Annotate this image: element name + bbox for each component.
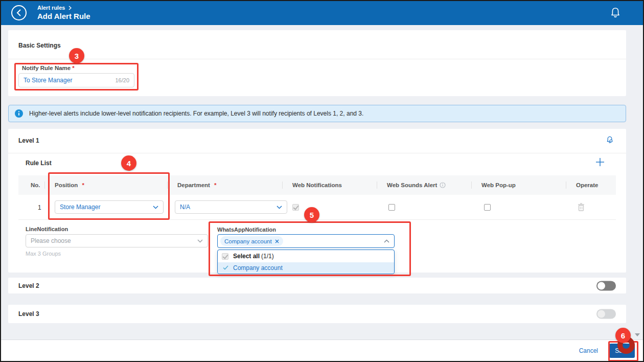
web-popup-checkbox[interactable] [484, 204, 491, 211]
position-value: Store Manager [60, 203, 153, 211]
trash-icon [578, 203, 585, 211]
chevron-left-icon [16, 9, 21, 16]
chevron-up-icon [384, 239, 389, 243]
department-select[interactable]: N/A [175, 200, 287, 214]
plus-icon [595, 157, 605, 167]
whatsapp-notification-select[interactable]: Company account [217, 234, 395, 248]
line-notification-placeholder: Please choose [31, 237, 197, 244]
column-position: Position* [55, 175, 84, 195]
divider [167, 182, 168, 189]
divider [8, 59, 626, 59]
save-button[interactable]: Save [609, 344, 635, 358]
selected-account-tag-label: Company account [224, 238, 272, 244]
select-all-checkbox [222, 253, 228, 260]
rule-list-title: Rule List [26, 160, 52, 167]
divider [282, 182, 283, 189]
whatsapp-notification-label: WhatsAppNotification [217, 227, 276, 233]
chevron-down-icon [277, 206, 282, 209]
level3-toggle [596, 309, 616, 319]
line-notification-select[interactable]: Please choose [26, 234, 208, 247]
required-asterisk: * [72, 65, 74, 71]
select-all-count: (1/1) [261, 253, 274, 260]
position-select[interactable]: Store Manager [55, 200, 164, 214]
chevron-down-icon [153, 206, 158, 209]
breadcrumb[interactable]: Alert rules [37, 5, 72, 11]
divider [471, 182, 472, 189]
char-counter: 16/20 [115, 77, 129, 83]
toggle-knob [597, 310, 605, 318]
add-alert-rule-page: Alert rules Add Alert Rule Basic Setting… [0, 0, 644, 362]
column-no: No. [31, 175, 40, 195]
info-icon [15, 109, 23, 118]
level1-bell-icon[interactable] [606, 136, 613, 146]
divider [377, 182, 377, 189]
column-department: Department* [177, 175, 216, 195]
close-icon[interactable] [275, 239, 279, 243]
breadcrumb-label: Alert rules [37, 5, 65, 11]
rule-table-row: 1 Store Manager N/A [18, 195, 616, 220]
top-bar: Alert rules Add Alert Rule [1, 1, 643, 25]
chevron-right-icon [68, 6, 72, 10]
rule-table-header: No. Position* Department* Web Notificati… [18, 175, 616, 195]
level2-toggle[interactable] [596, 281, 616, 290]
selected-account-tag: Company account [220, 236, 283, 246]
column-operate: Operate [576, 175, 598, 195]
notification-bell-icon[interactable] [610, 7, 620, 20]
line-notification-hint: Max 3 Groups [26, 251, 61, 257]
column-web-notifications: Web Notifications [292, 175, 342, 195]
select-all-label: Select all [233, 253, 260, 260]
info-banner: Higher-level alerts include lower-level … [8, 105, 626, 122]
check-icon [223, 265, 228, 270]
info-banner-text: Higher-level alerts include lower-level … [29, 110, 363, 117]
divider [44, 182, 45, 189]
level3-card: Level 3 [8, 305, 626, 323]
page-title: Add Alert Rule [37, 12, 90, 20]
divider [566, 182, 566, 189]
toggle-knob [597, 282, 605, 289]
caret-down-icon [635, 333, 640, 336]
company-account-option[interactable]: Company account [218, 262, 394, 273]
back-button[interactable] [11, 5, 27, 20]
chevron-down-icon [197, 239, 203, 243]
required-asterisk: * [214, 182, 216, 188]
basic-settings-card: Basic Settings Notify Rule Name* To Stor… [8, 30, 626, 96]
department-value: N/A [180, 203, 277, 211]
level1-title: Level 1 [18, 137, 39, 144]
level3-title: Level 3 [18, 310, 39, 318]
notify-rule-name-value: To Store Manager [24, 77, 115, 84]
basic-settings-title: Basic Settings [18, 42, 61, 49]
line-notification-label: LineNotification [26, 226, 68, 232]
select-all-option[interactable]: Select all(1/1) [218, 250, 394, 262]
level2-card: Level 2 [8, 278, 626, 293]
required-asterisk: * [82, 182, 84, 188]
whatsapp-dropdown-panel: Select all(1/1) Company account [217, 250, 395, 274]
notify-rule-name-label: Notify Rule Name* [22, 65, 75, 71]
footer-bar: Cancel Save [1, 340, 643, 361]
delete-row-button[interactable] [578, 203, 585, 213]
add-rule-button[interactable] [595, 157, 605, 167]
notify-rule-name-input[interactable]: To Store Manager 16/20 [18, 73, 134, 87]
cancel-button[interactable]: Cancel [579, 347, 598, 354]
info-outline-icon [440, 182, 446, 188]
level1-card: Level 1 Rule List No. Position* Departme… [8, 129, 626, 273]
web-notifications-checkbox [292, 204, 299, 211]
web-sounds-alert-checkbox[interactable] [388, 204, 395, 211]
column-web-popup: Web Pop-up [481, 175, 516, 195]
level2-title: Level 2 [18, 282, 39, 289]
row-number: 1 [38, 204, 41, 211]
divider [8, 153, 626, 153]
column-web-sounds-alert: Web Sounds Alert [387, 175, 446, 195]
company-account-option-label: Company account [233, 264, 283, 272]
